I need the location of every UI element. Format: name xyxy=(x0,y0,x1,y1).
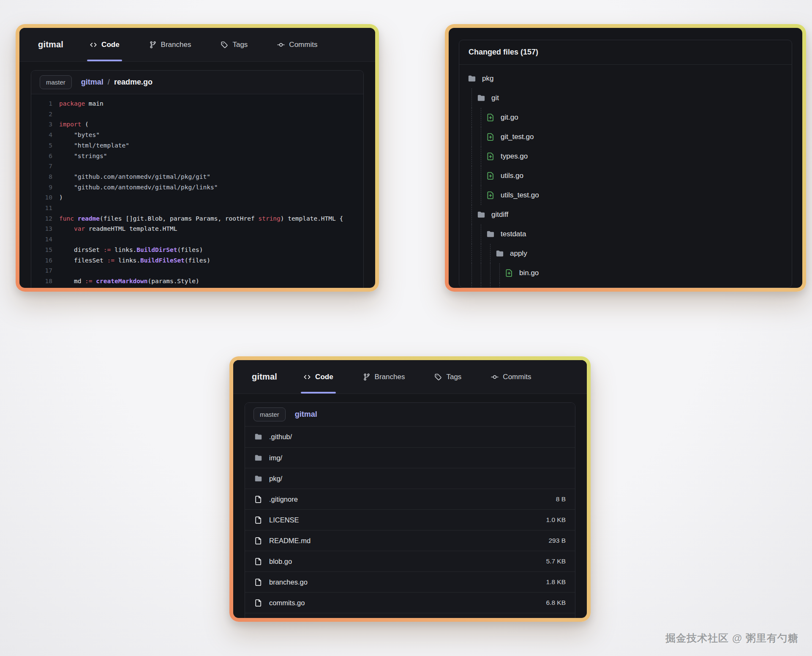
tab-tags[interactable]: Tags xyxy=(434,360,461,394)
file-name: branches.go xyxy=(269,578,308,586)
branch-badge[interactable]: master xyxy=(253,407,286,421)
tab-code[interactable]: Code xyxy=(90,28,120,61)
repo-tabs: CodeBranchesTagsCommits xyxy=(90,28,317,61)
file-tree: pkggitgit.gogit_test.gotypes.goutils.gou… xyxy=(459,65,792,288)
changed-files-card: Changed files (157) pkggitgit.gogit_test… xyxy=(459,40,792,288)
tree-item-label: pkg xyxy=(482,74,493,83)
code-token: dirsSet xyxy=(59,246,104,253)
file-icon xyxy=(254,578,262,586)
breadcrumb-repo-link[interactable]: gitmal xyxy=(81,78,104,87)
tree-item[interactable]: types.go xyxy=(468,147,783,166)
file-list: .github/img/pkg/.gitignore8 BLICENSE1.0 … xyxy=(245,426,575,618)
tree-item[interactable]: git_test.go xyxy=(468,127,783,147)
repo-title: gitmal xyxy=(252,372,277,382)
line-content: "bytes" xyxy=(52,130,100,140)
code-viewer-app: gitmal CodeBranchesTagsCommits master gi… xyxy=(19,28,375,288)
tree-item-label: git xyxy=(491,94,499,102)
tree-item[interactable]: utils.go xyxy=(468,166,783,186)
file-row[interactable]: .github/ xyxy=(245,426,575,447)
file-row[interactable]: branches.go1.8 KB xyxy=(245,571,575,592)
repo-files-body: master gitmal .github/img/pkg/.gitignore… xyxy=(233,394,587,618)
tree-item[interactable]: utils_test.go xyxy=(468,186,783,205)
line-content: dirsSet := links.BuildDirSet(files) xyxy=(52,245,203,255)
repo-tabs: CodeBranchesTagsCommits xyxy=(303,360,531,394)
file-row[interactable]: blob.go5.7 KB xyxy=(245,551,575,571)
file-icon xyxy=(254,516,262,524)
tree-indent-guide xyxy=(468,166,477,186)
code-token: "github.com/antonmedv/gitmal/pkg/links" xyxy=(74,184,218,191)
tree-item[interactable]: git xyxy=(468,88,783,108)
file-row[interactable]: commits.go6.8 KB xyxy=(245,592,575,613)
tree-item[interactable]: git.go xyxy=(468,108,783,127)
line-content xyxy=(52,287,59,288)
changed-files-window: Changed files (157) pkggitgit.gogit_test… xyxy=(445,24,806,292)
code-view: 1package main23import (4 "bytes"5 "html/… xyxy=(31,94,363,288)
code-token: ) template.HTML { xyxy=(281,215,343,222)
code-token xyxy=(74,215,78,222)
code-token: := xyxy=(107,257,114,264)
line-number: 15 xyxy=(31,245,52,255)
tab-commits[interactable]: Commits xyxy=(277,28,317,61)
code-token: (files) xyxy=(185,257,210,264)
code-line: 11 xyxy=(31,203,363,213)
tree-indent-guide xyxy=(468,147,477,166)
tree-indent-guide xyxy=(477,244,486,263)
code-line: 17 xyxy=(31,265,363,276)
branch-badge[interactable]: master xyxy=(40,75,72,89)
tree-indent-guide xyxy=(486,263,496,283)
file-name: .github/ xyxy=(269,433,292,441)
tree-indent-guide xyxy=(486,283,496,288)
file-row[interactable]: files.go xyxy=(245,613,575,618)
code-token: package xyxy=(59,100,85,107)
tab-label: Branches xyxy=(161,41,191,49)
tree-item[interactable]: gitdiff xyxy=(468,205,783,224)
tree-indent-guide xyxy=(477,224,486,244)
file-row[interactable]: LICENSE1.0 KB xyxy=(245,509,575,530)
file-row[interactable]: README.md293 B xyxy=(245,530,575,551)
tab-tags[interactable]: Tags xyxy=(221,28,248,61)
tree-item[interactable]: bin.go xyxy=(468,263,783,283)
tab-commits[interactable]: Commits xyxy=(491,360,531,394)
tree-item[interactable]: bin_test.go xyxy=(468,283,783,288)
line-content xyxy=(52,265,59,276)
file-name: LICENSE xyxy=(269,516,299,524)
code-token xyxy=(59,225,74,232)
folder-icon xyxy=(254,454,262,462)
tab-branches[interactable]: Branches xyxy=(149,28,191,61)
file-size: 8 B xyxy=(556,495,566,503)
tag-icon xyxy=(434,373,442,381)
file-icon xyxy=(254,495,262,503)
tab-code[interactable]: Code xyxy=(303,360,333,394)
code-token: := xyxy=(104,246,111,253)
line-content: func readme(files []git.Blob, params Par… xyxy=(52,213,343,224)
breadcrumb-path: gitmal xyxy=(295,410,317,419)
code-token: func xyxy=(59,215,74,222)
code-token xyxy=(59,153,74,159)
breadcrumb: master gitmal xyxy=(245,403,575,426)
code-line: 7 xyxy=(31,161,363,172)
file-list-card: master gitmal .github/img/pkg/.gitignore… xyxy=(245,402,575,618)
code-icon xyxy=(90,41,97,49)
tree-item[interactable]: pkg xyxy=(468,69,783,88)
code-token: links. xyxy=(111,246,136,253)
line-content: "github.com/antonmedv/gitmal/pkg/links" xyxy=(52,182,218,193)
file-row[interactable]: .gitignore8 B xyxy=(245,489,575,509)
tab-branches[interactable]: Branches xyxy=(363,360,405,394)
code-token: (params.Style) xyxy=(148,278,199,284)
line-content: "github.com/antonmedv/gitmal/pkg/git" xyxy=(52,172,210,182)
folder-icon xyxy=(468,74,476,83)
file-row[interactable]: pkg/ xyxy=(245,468,575,489)
code-token: := xyxy=(85,278,92,284)
tree-item-label: testdata xyxy=(501,230,526,238)
tree-item[interactable]: apply xyxy=(468,244,783,263)
code-token: "github.com/antonmedv/gitmal/pkg/git" xyxy=(74,173,210,180)
tree-indent-guide xyxy=(477,186,486,205)
tree-item[interactable]: testdata xyxy=(468,224,783,244)
tree-item-label: gitdiff xyxy=(491,210,508,219)
breadcrumb-repo-link[interactable]: gitmal xyxy=(295,410,317,419)
file-size: 5.7 KB xyxy=(546,558,566,565)
tree-item-label: apply xyxy=(510,249,527,258)
code-token: ( xyxy=(81,121,88,128)
line-number: 8 xyxy=(31,172,52,182)
file-row[interactable]: img/ xyxy=(245,447,575,468)
